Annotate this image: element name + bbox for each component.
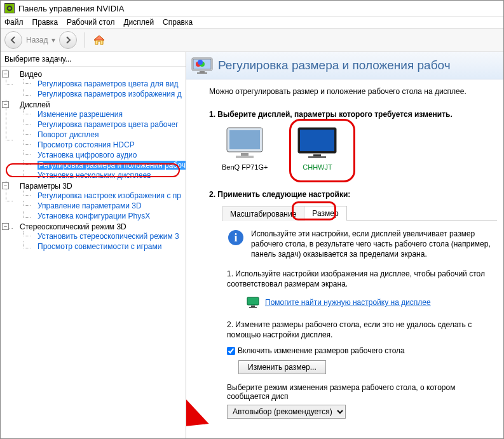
svg-rect-3 xyxy=(200,71,205,72)
help-link[interactable]: Помогите найти нужную настройку на диспл… xyxy=(265,298,431,307)
tree-item-digital-audio[interactable]: Установка цифрового аудио xyxy=(37,151,137,159)
mode-label: Выберите режим изменения размера рабочег… xyxy=(227,383,497,401)
display-picker: BenQ FP71G+ CHHWJT xyxy=(222,125,497,171)
info-block: i Используйте эти настройки, если диспле… xyxy=(227,229,497,260)
enable-resize-checkbox[interactable] xyxy=(227,347,235,355)
svg-rect-11 xyxy=(236,156,254,158)
page-description: Можно отрегулировать размер и положение … xyxy=(209,87,497,96)
svg-rect-18 xyxy=(247,297,259,305)
select-task-label: Выберите задачу... xyxy=(1,52,186,67)
tree-item-rotate[interactable]: Поворот дисплея xyxy=(37,130,99,139)
help-link-row: Помогите найти нужную настройку на диспл… xyxy=(246,295,497,309)
svg-rect-9 xyxy=(229,130,260,149)
menu-help[interactable]: Справка xyxy=(163,18,193,27)
display-item-benq[interactable]: BenQ FP71G+ xyxy=(222,125,268,171)
tree-item-multi-display[interactable]: Установка нескольких дисплеев xyxy=(37,171,151,180)
enable-resize-label: Включить изменение размеров рабочего сто… xyxy=(238,346,405,355)
nvidia-logo-icon xyxy=(4,3,15,13)
display-label: BenQ FP71G+ xyxy=(222,163,268,171)
monitor-icon xyxy=(224,125,265,159)
svg-point-7 xyxy=(198,60,203,65)
step2-title: 2. Применить следующие настройки: xyxy=(209,190,497,199)
nvidia-control-panel-window: Панель управления NVIDIA Файл Правка Раб… xyxy=(0,0,504,439)
page-header: Регулировка размера и положения рабоч xyxy=(186,52,503,79)
info-sub1: 1. Используйте настройки изображения на … xyxy=(227,269,497,289)
svg-rect-19 xyxy=(251,306,255,307)
info-sub2: 2. Измените размеры рабочего стола, если… xyxy=(227,320,497,340)
titlebar: Панель управления NVIDIA xyxy=(1,1,503,17)
svg-rect-15 xyxy=(308,156,326,158)
tree-item-stereo-set[interactable]: Установить стереоскопический режим 3 xyxy=(37,232,179,241)
enable-resize-checkbox-row: Включить изменение размеров рабочего сто… xyxy=(227,346,497,355)
menu-desktop[interactable]: Рабочий стол xyxy=(67,18,114,27)
monitor-icon xyxy=(297,125,337,159)
home-icon[interactable] xyxy=(93,34,106,46)
tree-item-3d-image[interactable]: Регулировка настроек изображения с пр xyxy=(37,191,181,200)
tree-item-size-position[interactable]: Регулировка размера и положения рабоч xyxy=(37,161,186,170)
svg-rect-4 xyxy=(197,72,207,74)
step1-title: 1. Выберите дисплей, параметры которого … xyxy=(209,110,497,119)
task-tree[interactable]: −Видео Регулировка параметров цвета для … xyxy=(1,67,186,438)
info-icon: i xyxy=(227,229,245,247)
sidebar: Выберите задачу... −Видео Регулировка па… xyxy=(1,52,186,438)
display-label: CHHWJT xyxy=(303,163,332,171)
svg-rect-13 xyxy=(300,130,334,151)
back-label: Назад xyxy=(26,36,48,44)
page-title: Регулировка размера и положения рабоч xyxy=(218,58,451,72)
toolbar: Назад ▾ xyxy=(1,29,503,52)
expander-icon[interactable]: − xyxy=(2,182,9,189)
display-item-chhwjt[interactable]: CHHWJT xyxy=(297,125,337,171)
tree-item-video-image[interactable]: Регулировка параметров изображения д xyxy=(37,90,182,98)
menu-display[interactable]: Дисплей xyxy=(123,18,154,27)
main-panel: Регулировка размера и положения рабоч Мо… xyxy=(186,52,503,438)
expander-icon[interactable]: − xyxy=(2,71,9,78)
window-title: Панель управления NVIDIA xyxy=(18,4,124,13)
svg-rect-20 xyxy=(249,307,257,308)
back-button[interactable] xyxy=(4,31,22,49)
tree-item-hdcp[interactable]: Просмотр состояния HDCP xyxy=(37,140,135,149)
layout: Выберите задачу... −Видео Регулировка па… xyxy=(1,52,503,438)
info-text: Используйте эти настройки, если дисплей … xyxy=(251,229,497,260)
expander-icon[interactable]: − xyxy=(2,101,9,108)
menu-file[interactable]: Файл xyxy=(4,18,24,27)
svg-text:i: i xyxy=(234,231,237,244)
tree-item-stereo-compat[interactable]: Просмотр совместимости с играми xyxy=(37,242,161,251)
menubar: Файл Правка Рабочий стол Дисплей Справка xyxy=(1,17,503,29)
toolbar-separator xyxy=(85,32,85,48)
annotation-arrow xyxy=(186,327,237,435)
tree-item-physx[interactable]: Установка конфигурации PhysX xyxy=(37,212,150,220)
resize-button[interactable]: Изменить размер... xyxy=(238,360,326,374)
back-dropdown-icon[interactable]: ▾ xyxy=(51,36,55,44)
tree-item-color[interactable]: Регулировка параметров цвета рабочег xyxy=(37,120,179,129)
tree-cat-3d[interactable]: Параметры 3D xyxy=(20,182,72,191)
mode-select[interactable]: Автовыбор (рекомендуется) xyxy=(227,405,346,419)
svg-rect-10 xyxy=(241,153,249,156)
forward-button[interactable] xyxy=(59,31,77,49)
content-area: Можно отрегулировать размер и положение … xyxy=(186,79,503,438)
tree-item-resolution[interactable]: Изменение разрешения xyxy=(37,110,123,119)
display-settings-icon xyxy=(246,295,260,309)
svg-rect-14 xyxy=(313,154,321,156)
tree-cat-video[interactable]: Видео xyxy=(20,70,42,79)
expander-icon[interactable]: − xyxy=(2,223,9,230)
tree-item-3d-manage[interactable]: Управление параметрами 3D xyxy=(37,201,142,210)
tab-scaling[interactable]: Масштабирование xyxy=(222,206,304,221)
tree-cat-stereo[interactable]: Стереоскопический режим 3D xyxy=(20,222,126,231)
tabs: Масштабирование Размер xyxy=(222,205,497,221)
monitor-icon xyxy=(191,56,213,75)
tab-size[interactable]: Размер xyxy=(304,206,346,221)
tree-cat-display[interactable]: Дисплей xyxy=(20,100,50,109)
tree-item-video-color[interactable]: Регулировка параметров цвета для вид xyxy=(37,79,178,88)
menu-edit[interactable]: Правка xyxy=(32,18,58,27)
